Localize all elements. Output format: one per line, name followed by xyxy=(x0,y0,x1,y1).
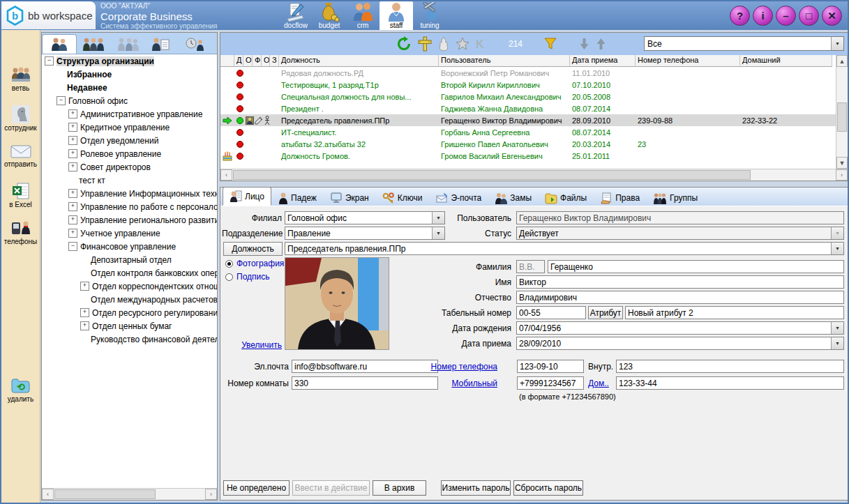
cell-hire-date[interactable]: 07.10.2010 xyxy=(570,81,636,89)
attribute-button[interactable]: Атрибут xyxy=(588,306,623,319)
tree-item[interactable]: Депозитарный отдел xyxy=(42,253,217,266)
action-button-5[interactable]: Сбросить пароль xyxy=(513,480,583,496)
tree-expand-icon[interactable]: + xyxy=(80,282,89,291)
tree-item-label[interactable]: Отдел ценных бумаг xyxy=(92,321,172,331)
phone-field[interactable] xyxy=(517,360,584,373)
action-button-1[interactable]: Не определено xyxy=(223,480,290,496)
module-crm[interactable]: crm xyxy=(346,1,380,30)
sort-asc-icon[interactable] xyxy=(596,37,606,51)
chevron-down-icon[interactable]: ▼ xyxy=(831,37,843,50)
tree-collapse-icon[interactable]: − xyxy=(45,56,54,66)
signature-radio[interactable]: Подпись xyxy=(225,272,270,282)
column-header[interactable]: Дата приема xyxy=(570,55,636,67)
tree-item-label[interactable]: Управление регионального развития xyxy=(80,215,217,225)
column-header[interactable]: Номер телефона xyxy=(636,55,740,67)
column-header[interactable]: Ф xyxy=(253,55,262,67)
tree-item-label[interactable]: Руководство финансовой деятель xyxy=(91,335,217,344)
sidebar-item-excel[interactable]: в Excel xyxy=(1,182,40,208)
tree-item[interactable]: тест кт xyxy=(42,174,217,187)
tree-item-label[interactable]: Структура организации xyxy=(57,56,154,66)
ruler-icon[interactable] xyxy=(418,36,432,52)
branch-dropdown[interactable]: Головной офис ▼ xyxy=(285,211,445,224)
cell-user[interactable]: Второй Кирилл Кириллович xyxy=(439,81,570,89)
column-header[interactable]: Д xyxy=(234,55,243,67)
cell-position[interactable]: Рядовая должность.РД xyxy=(279,69,439,77)
tree-item[interactable]: Избранное xyxy=(42,68,217,81)
surname-field[interactable] xyxy=(548,260,844,273)
tree-item[interactable]: +Отдел уведомлений xyxy=(42,134,217,147)
sort-desc-icon[interactable] xyxy=(579,37,589,51)
module-tuning[interactable]: tuning xyxy=(413,1,446,30)
tree-item[interactable]: Недавнее xyxy=(42,81,217,94)
column-header[interactable]: О xyxy=(262,55,270,67)
tree-item[interactable]: +Отдел ресурсного регулирования xyxy=(42,306,217,319)
cell-user[interactable]: Гаврилов Михаил Александрович xyxy=(439,93,570,101)
tree-item-label[interactable]: Управление по работе с персоналом xyxy=(80,202,217,212)
refresh-icon[interactable] xyxy=(396,36,412,52)
tree-item-label[interactable]: Отдел ресурсного регулирования xyxy=(92,308,217,318)
tree-horizontal-scrollbar[interactable]: ‹ › xyxy=(42,488,217,500)
cell-position[interactable]: Председатель правления.ППр xyxy=(279,116,439,125)
table-row[interactable]: Президент .Гаджиева Жанна Давидовна08.07… xyxy=(220,102,836,114)
tree-expand-icon[interactable]: + xyxy=(80,308,89,317)
cell-hire-date[interactable]: 25.01.2011 xyxy=(570,152,636,160)
scroll-thumb[interactable] xyxy=(837,102,847,132)
cell-position[interactable]: Специальная должность для новы... xyxy=(279,93,439,101)
tree-item-label[interactable]: Избранное xyxy=(67,70,112,79)
cell-user[interactable]: Гришенко Павел Анатольевич xyxy=(439,140,570,148)
tree-item-label[interactable]: Депозитарный отдел xyxy=(91,255,172,265)
scroll-right-icon[interactable]: › xyxy=(205,489,217,500)
tree-item[interactable]: +Отдел корреспондентских отноше xyxy=(42,280,217,293)
scroll-left-icon[interactable]: ‹ xyxy=(220,169,232,181)
table-row[interactable]: Председатель правления.ППрГеращенко Викт… xyxy=(220,114,836,126)
home-phone-field[interactable] xyxy=(616,376,844,390)
tree-item-label[interactable]: Отдел контроля банковских опера xyxy=(91,268,217,278)
tree-view-tab-1[interactable] xyxy=(42,34,77,54)
cell-home-phone[interactable]: 232-33-22 xyxy=(740,116,832,125)
tab-группы[interactable]: Группы xyxy=(647,190,704,206)
info-button[interactable]: i xyxy=(753,6,773,26)
scroll-thumb[interactable] xyxy=(54,489,156,499)
flame-icon[interactable] xyxy=(438,36,449,52)
radio-unchecked-icon[interactable] xyxy=(225,273,233,281)
cell-hire-date[interactable]: 11.01.2010 xyxy=(570,69,636,77)
cell-phone[interactable]: 23 xyxy=(636,140,740,148)
tab-лицо[interactable]: Лицо xyxy=(223,187,271,206)
tree-item-label[interactable]: Отдел уведомлений xyxy=(80,136,158,146)
hiredate-dropdown[interactable]: 28/09/2010 ▼ xyxy=(516,337,844,350)
cell-position[interactable]: атыбаты 32.атыбаты 32 xyxy=(279,140,439,148)
tree-expand-icon[interactable]: + xyxy=(68,215,77,224)
tree-item-label[interactable]: Отдел корреспондентских отноше xyxy=(92,282,217,291)
department-dropdown[interactable]: Правление ▼ xyxy=(285,227,445,240)
table-row[interactable]: атыбаты 32.атыбаты 32Гришенко Павел Анат… xyxy=(220,138,836,150)
action-button-3[interactable]: В архив xyxy=(373,480,426,496)
funnel-icon[interactable] xyxy=(543,37,557,51)
sidebar-item-delete[interactable]: ⟲удалить xyxy=(1,377,40,403)
tree-collapse-icon[interactable]: − xyxy=(57,96,66,105)
cell-position[interactable]: Должность Громов. xyxy=(279,152,439,160)
tab-падеж[interactable]: Падеж xyxy=(272,190,323,206)
tree-expand-icon[interactable]: + xyxy=(68,109,77,119)
tree-item[interactable]: +Ролевое управление xyxy=(42,147,217,160)
tree-item-label[interactable]: Управление Информационных технол xyxy=(80,189,217,199)
table-row[interactable]: Рядовая должность.РДВоронежский Петр Ром… xyxy=(220,67,836,79)
cell-user[interactable]: Громов Василий Евгеньевич xyxy=(439,152,570,160)
tree-view-tab-2[interactable] xyxy=(77,35,110,54)
tree-item[interactable]: +Управление регионального развития xyxy=(42,213,217,227)
enlarge-photo-link-text[interactable]: Увеличить xyxy=(241,340,282,350)
tree-item[interactable]: +Управление Информационных технол xyxy=(42,187,217,200)
tree-item-label[interactable]: Недавнее xyxy=(67,83,107,93)
scroll-down-icon[interactable]: ▼ xyxy=(836,157,848,169)
chevron-down-icon[interactable]: ▼ xyxy=(831,243,843,254)
tree-view-tab-5[interactable] xyxy=(177,35,211,54)
help-button[interactable]: ? xyxy=(730,6,750,26)
photo-radio[interactable]: Фотография xyxy=(225,259,284,268)
tab-файлы[interactable]: Файлы xyxy=(539,190,593,206)
position-dropdown[interactable]: Председатель правления.ППр ▼ xyxy=(285,242,844,255)
scroll-left-icon[interactable]: ‹ xyxy=(42,489,54,500)
tree-item[interactable]: −Структура организации xyxy=(42,54,217,68)
tree-item-label[interactable]: тест кт xyxy=(79,176,105,185)
tree-item[interactable]: +Учетное управление xyxy=(42,227,217,240)
tree-item[interactable]: +Административное управление xyxy=(42,107,217,121)
minimize-button[interactable]: – xyxy=(776,6,796,26)
